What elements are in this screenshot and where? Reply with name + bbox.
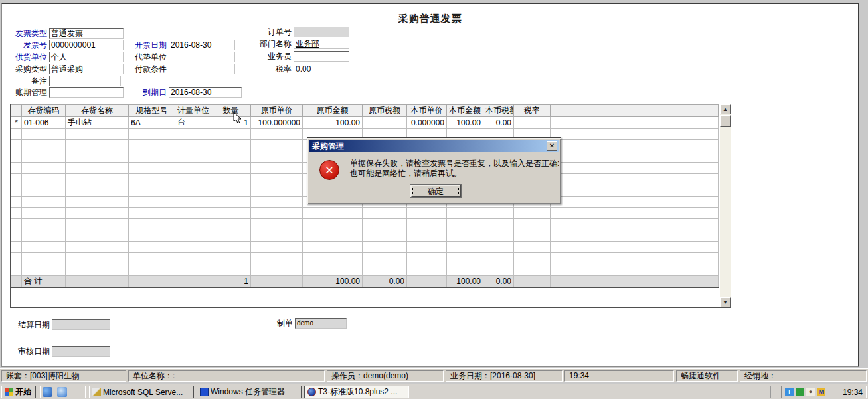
grid-cell[interactable] [11,219,22,230]
grid-cell[interactable] [551,264,719,276]
agency-unit-input[interactable] [169,52,235,62]
grid-cell[interactable] [11,185,22,197]
grid-cell[interactable] [66,185,129,197]
grid-cell[interactable] [407,219,447,230]
grid-cell[interactable] [175,197,211,208]
grid-cell[interactable] [22,129,66,140]
grid-cell[interactable] [175,242,211,253]
grid-cell[interactable]: 台 [175,117,211,129]
grid-cell[interactable] [211,264,251,276]
grid-cell[interactable] [129,151,175,163]
grid-cell[interactable] [363,242,407,253]
grid-cell[interactable] [175,163,211,174]
grid-cell[interactable] [514,230,551,242]
department-input[interactable]: 业务部 [294,39,349,49]
grid-cell[interactable] [551,230,719,242]
grid-cell[interactable] [66,129,129,140]
grid-cell[interactable] [363,253,407,264]
grid-cell[interactable] [407,253,447,264]
grid-cell[interactable] [211,163,251,174]
tax-rate-input[interactable]: 0.00 [294,64,349,74]
grid-cell[interactable] [175,129,211,140]
task-sql-server[interactable]: Microsoft SQL Serve... [89,386,194,398]
grid-cell[interactable] [483,208,514,219]
quicklaunch-browser-icon[interactable] [57,387,67,397]
grid-cell[interactable] [514,208,551,219]
grid-cell[interactable] [551,140,719,151]
grid-cell[interactable] [514,219,551,230]
grid-cell[interactable] [211,197,251,208]
grid-cell[interactable] [251,264,303,276]
grid-cell[interactable] [407,208,447,219]
grid-cell[interactable]: 1 [211,117,251,129]
grid-cell[interactable] [129,129,175,140]
grid-cell[interactable] [22,185,66,197]
grid-cell[interactable] [303,230,363,242]
grid-cell[interactable] [11,264,22,276]
grid-cell[interactable] [129,253,175,264]
grid-cell[interactable] [447,264,483,276]
grid-cell[interactable] [514,253,551,264]
grid-cell[interactable] [175,264,211,276]
grid-cell[interactable] [551,242,719,253]
invoice-date-input[interactable]: 2016-08-30 [169,40,235,50]
grid-cell[interactable] [251,242,303,253]
grid-cell[interactable] [551,208,719,219]
quicklaunch-messenger-icon[interactable] [43,387,52,397]
grid-cell[interactable] [66,197,129,208]
grid-cell[interactable] [22,219,66,230]
grid-cell[interactable] [211,219,251,230]
grid-cell[interactable] [211,140,251,151]
grid-cell[interactable]: * [11,117,22,129]
grid-cell[interactable] [66,151,129,163]
grid-cell[interactable] [22,174,66,185]
grid-cell[interactable] [66,208,129,219]
grid-cell[interactable] [175,219,211,230]
payment-terms-input[interactable] [169,64,235,74]
start-button[interactable]: 开始 [1,386,36,398]
grid-cell[interactable] [11,140,22,151]
grid-cell[interactable] [22,140,66,151]
grid-cell[interactable] [211,230,251,242]
grid-cell[interactable] [514,117,551,129]
grid-cell[interactable]: 100.00 [303,117,363,129]
grid-cell[interactable] [66,264,129,276]
dialog-titlebar[interactable]: 采购管理 ✕ [309,140,559,152]
grid-cell[interactable] [303,253,363,264]
grid-cell[interactable] [551,219,719,230]
grid-cell[interactable] [175,174,211,185]
grid-cell[interactable] [129,264,175,276]
tray-green-icon[interactable] [796,388,804,396]
ok-button[interactable]: 确定 [410,185,461,197]
grid-cell[interactable] [514,264,551,276]
grid-cell[interactable] [251,174,303,185]
grid-cell[interactable] [211,185,251,197]
grid-cell[interactable] [551,117,719,129]
grid-cell[interactable] [211,253,251,264]
grid-cell[interactable] [303,219,363,230]
grid-cell[interactable] [129,197,175,208]
grid-cell[interactable] [66,219,129,230]
grid-cell[interactable] [129,230,175,242]
grid-cell[interactable] [551,163,719,174]
grid-cell[interactable] [66,253,129,264]
grid-cell[interactable] [551,129,719,140]
grid-cell[interactable]: 手电钻 [66,117,129,129]
grid-cell[interactable] [251,163,303,174]
grid-cell[interactable] [447,253,483,264]
purchase-type-input[interactable]: 普通采购 [49,64,124,74]
grid-cell[interactable] [129,163,175,174]
grid-cell[interactable] [66,163,129,174]
grid-cell[interactable]: 0.000000 [407,117,447,129]
grid-cell[interactable] [22,197,66,208]
grid-cell[interactable] [303,264,363,276]
grid-cell[interactable] [447,242,483,253]
grid-cell[interactable] [11,253,22,264]
grid-cell[interactable] [22,151,66,163]
grid-cell[interactable] [175,185,211,197]
grid-cell[interactable] [251,219,303,230]
grid-cell[interactable] [251,230,303,242]
vertical-scrollbar[interactable]: ▲ ▼ [720,104,731,307]
grid-cell[interactable] [483,230,514,242]
scroll-down-icon[interactable]: ▼ [720,297,731,307]
